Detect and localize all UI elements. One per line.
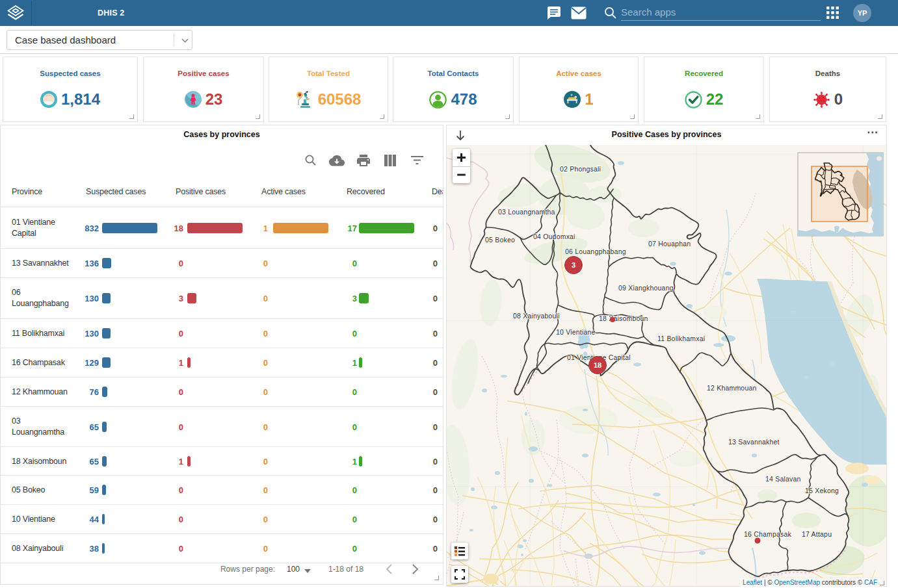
- svg-text:06 Louangphabang: 06 Louangphabang: [565, 248, 626, 255]
- svg-text:3: 3: [572, 261, 575, 269]
- svg-text:05 Bokeo: 05 Bokeo: [485, 236, 515, 244]
- svg-text:07 Houaphan: 07 Houaphan: [648, 240, 691, 248]
- svg-text:16 Champasak: 16 Champasak: [744, 530, 792, 538]
- svg-text:02 Phongsali: 02 Phongsali: [560, 165, 601, 173]
- svg-text:14 Salavan: 14 Salavan: [765, 475, 801, 483]
- svg-text:12 Khammouan: 12 Khammouan: [707, 384, 757, 392]
- svg-text:03 Louangnamtha: 03 Louangnamtha: [498, 208, 555, 216]
- svg-text:08 Xainyabouli: 08 Xainyabouli: [513, 312, 560, 320]
- svg-text:09 Xiangkhouang: 09 Xiangkhouang: [618, 284, 674, 292]
- svg-text:15 Xekong: 15 Xekong: [805, 487, 839, 494]
- svg-text:11 Bolikhamxai: 11 Bolikhamxai: [657, 335, 705, 342]
- svg-text:13 Savannakhet: 13 Savannakhet: [728, 438, 780, 446]
- svg-text:18: 18: [594, 361, 601, 369]
- svg-text:17 Attapu: 17 Attapu: [802, 530, 832, 538]
- svg-text:10 Vientiane: 10 Vientiane: [556, 328, 596, 336]
- svg-text:18 Xaisomboun: 18 Xaisomboun: [599, 314, 648, 322]
- svg-text:04 Oudomxai: 04 Oudomxai: [533, 233, 575, 240]
